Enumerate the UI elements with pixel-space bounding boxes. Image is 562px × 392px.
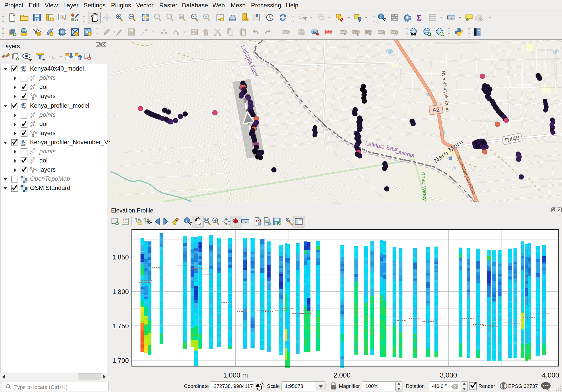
svg-text:3,000: 3,000: [440, 371, 457, 379]
svg-text:1,700: 1,700: [112, 357, 129, 364]
svg-text:1,000 m: 1,000 m: [223, 371, 248, 379]
svg-text:1,850: 1,850: [112, 253, 129, 261]
svg-text:1,800: 1,800: [112, 288, 129, 296]
svg-text:4,000: 4,000: [542, 371, 559, 379]
svg-text:1,750: 1,750: [112, 322, 129, 330]
svg-text:2,000: 2,000: [333, 371, 351, 379]
